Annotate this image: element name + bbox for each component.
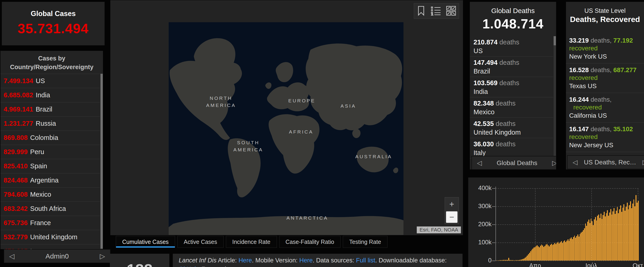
pager-prev-icon[interactable]: ◁: [477, 159, 482, 167]
chart-bar: [532, 249, 533, 260]
chart-bar: [510, 260, 510, 260]
chart-plot[interactable]: [496, 188, 638, 260]
case-row[interactable]: 825.410Spain: [0, 159, 100, 173]
chart-bar: [617, 207, 618, 260]
case-row[interactable]: 7.499.134US: [0, 74, 100, 88]
us-panel-subtitle: US State Level: [566, 7, 644, 15]
y-tick: [492, 260, 496, 261]
pager-next-icon[interactable]: ▷: [642, 158, 644, 166]
chart-bar: [544, 246, 545, 260]
chart-bar: [540, 246, 541, 260]
tab-incidence-rate[interactable]: Incidence Rate: [226, 236, 277, 248]
chart-bar: [547, 244, 548, 260]
deaths-scrollbar[interactable]: [554, 36, 556, 157]
chart-bar: [558, 242, 559, 260]
us-deaths-pager: ◁ US Deaths, Rec… ▷: [568, 156, 644, 169]
legend-button[interactable]: [430, 6, 441, 16]
case-row[interactable]: 532.779United Kingdom: [0, 230, 100, 244]
death-row[interactable]: 103.569 deathsIndia: [470, 77, 553, 97]
map-attribution: Esri, FAO, NOAA: [417, 226, 461, 233]
info-link[interactable]: GitHub: [179, 266, 198, 267]
chart-bar: [588, 220, 589, 260]
chart-bar: [630, 201, 631, 260]
tab-case-fatality-ratio[interactable]: Case-Fatality Ratio: [279, 236, 341, 248]
chart-bar: [637, 203, 638, 260]
chart-bar: [584, 228, 585, 260]
tab-cumulative-cases[interactable]: Cumulative Cases: [116, 236, 175, 248]
chart-bar: [524, 258, 524, 260]
admin0-pager: ◁ Admin0 ▷: [4, 249, 110, 263]
chart-bar: [502, 260, 502, 260]
case-row[interactable]: 829.999Peru: [0, 145, 100, 159]
pager-next-icon[interactable]: ▷: [100, 252, 105, 260]
cases-scrollbar-thumb[interactable]: [100, 74, 103, 249]
info-line-2: GitHub: Featured: [179, 265, 456, 267]
chart-bar: [585, 223, 586, 260]
info-link[interactable]: Here: [238, 257, 252, 264]
map-label-africa: AFRICA: [289, 128, 313, 135]
info-link[interactable]: Here: [299, 257, 313, 264]
bookmark-button[interactable]: [416, 6, 426, 17]
y-tick-label: 0: [468, 257, 492, 264]
death-row[interactable]: 82.348 deathsMexico: [470, 97, 553, 118]
y-tick: [492, 188, 496, 189]
chart-bar: [503, 260, 504, 260]
chart-bar: [604, 212, 605, 260]
pager-next-icon[interactable]: ▷: [552, 159, 556, 167]
chart-bar: [598, 214, 599, 260]
info-text: Article:: [216, 257, 238, 264]
us-state-row[interactable]: 16.244 deaths, recoveredCalifornia US: [566, 93, 644, 123]
chart-bar: [517, 260, 518, 260]
case-row[interactable]: 824.468Argentina: [0, 173, 100, 187]
chart-bar: [568, 239, 568, 260]
chart-bar: [596, 220, 597, 260]
chart-bar: [559, 243, 560, 260]
map-label-australia: AUSTRALIA: [355, 153, 392, 160]
chart-bar: [536, 246, 537, 260]
us-state-row[interactable]: 16.147 deaths, 35.102 recoveredNew Jerse…: [566, 123, 644, 152]
case-row[interactable]: 869.808Colombia: [0, 131, 100, 145]
pager-prev-icon[interactable]: ◁: [572, 158, 578, 166]
zoom-in-button[interactable]: +: [446, 198, 458, 210]
case-count: 794.608: [4, 191, 28, 198]
info-link[interactable]: Full list: [356, 257, 375, 264]
case-row[interactable]: 479.825Iran: [0, 244, 100, 249]
death-row[interactable]: 147.494 deathsBrazil: [470, 57, 553, 77]
case-count: 532.779: [4, 233, 28, 241]
chart-bar: [528, 254, 529, 260]
case-row[interactable]: 6.685.082India: [0, 88, 100, 102]
tab-testing-rate[interactable]: Testing Rate: [343, 236, 388, 248]
cases-scrollbar[interactable]: [100, 74, 103, 249]
chart-bar: [506, 260, 507, 260]
case-row[interactable]: 1.231.277Russia: [0, 117, 100, 131]
chart-bar: [571, 237, 572, 260]
tab-active-cases[interactable]: Active Cases: [177, 236, 224, 248]
case-row[interactable]: 4.969.141Brazil: [0, 102, 100, 117]
us-state-row[interactable]: 16.528 deaths, 687.277 recoveredTexas US: [566, 63, 644, 93]
x-tick-label: Ιούλ: [586, 262, 597, 267]
chart-bar: [508, 258, 509, 260]
chart-bar: [597, 216, 598, 260]
basemap-button[interactable]: [446, 6, 456, 17]
case-row[interactable]: 794.608Mexico: [0, 187, 100, 202]
deaths-scrollbar-thumb[interactable]: [554, 36, 556, 45]
chart-bar: [634, 199, 634, 260]
chart-bar: [610, 209, 611, 260]
chart-bar: [619, 209, 620, 260]
case-row[interactable]: 675.736France: [0, 216, 100, 230]
y-tick-label: 200k: [468, 221, 492, 228]
pager-prev-icon[interactable]: ◁: [9, 252, 14, 260]
info-text: Lancet Inf Dis: [179, 257, 216, 264]
x-tick-label: Οκτ: [632, 262, 643, 267]
death-row[interactable]: 42.535 deathsUnited Kingdom: [470, 118, 553, 138]
death-row[interactable]: 36.030 deathsItaly: [470, 138, 553, 158]
case-row[interactable]: 683.242South Africa: [0, 202, 100, 216]
chart-bar: [602, 219, 602, 260]
us-state-row[interactable]: 33.219 deaths, 77.192 recoveredNew York …: [566, 34, 644, 63]
gridline-h: [496, 260, 638, 261]
death-row[interactable]: 210.874 deathsUS: [470, 36, 553, 57]
case-count: 479.825: [4, 247, 28, 249]
zoom-out-button[interactable]: −: [446, 211, 458, 223]
world-map[interactable]: NORTHAMERICAEUROPEASIAAFRICASOUTHAMERICA…: [169, 22, 404, 235]
case-country: Colombia: [30, 134, 58, 142]
